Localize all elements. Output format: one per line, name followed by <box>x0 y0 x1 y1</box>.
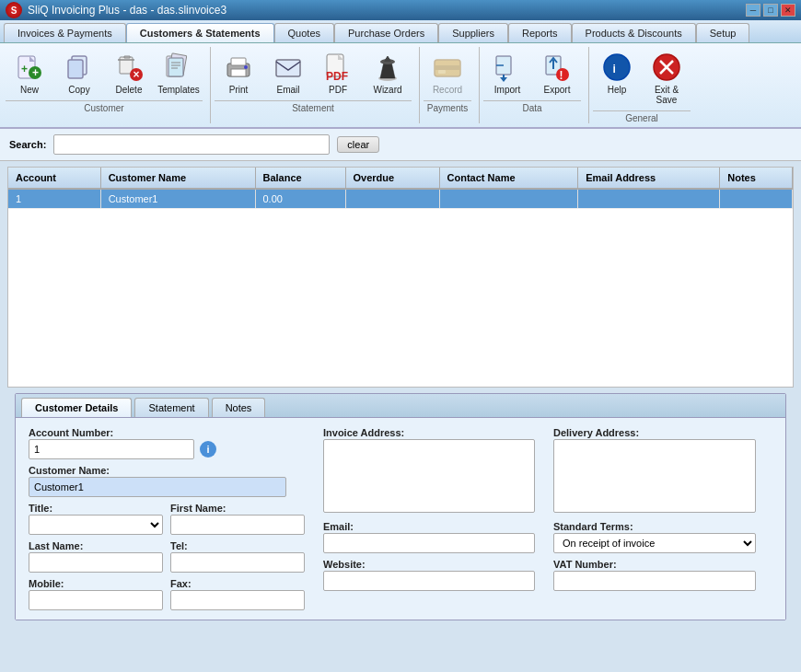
tab-purchase[interactable]: Purchase Orders <box>334 23 438 42</box>
mobile-fax-row: Mobile: Fax: <box>29 578 305 610</box>
table-row[interactable]: 1 Customer1 0.00 <box>8 189 793 209</box>
wizard-button[interactable]: Wizard <box>364 47 412 98</box>
window-controls[interactable]: ─ □ ✕ <box>746 4 795 17</box>
col-overdue: Overdue <box>345 168 439 189</box>
invoice-address-input[interactable] <box>323 439 535 513</box>
export-icon: ! <box>540 51 574 84</box>
record-icon <box>431 51 464 84</box>
clear-button[interactable]: clear <box>337 136 379 153</box>
minimize-button[interactable]: ─ <box>746 4 760 17</box>
copy-button[interactable]: Copy <box>55 47 103 98</box>
pdf-label: PDF <box>329 85 347 95</box>
customer-name-label: Customer Name: <box>29 465 305 476</box>
info-icon[interactable]: i <box>200 441 216 458</box>
form-column-2: Invoice Address: Email: Website: <box>323 427 535 610</box>
cell-contact <box>439 189 578 209</box>
svg-point-31 <box>604 54 630 80</box>
email-label: Email: <box>323 521 535 532</box>
delivery-address-label: Delivery Address: <box>553 427 756 438</box>
payments-group-label: Payments <box>424 100 471 113</box>
account-number-row: i <box>29 439 305 459</box>
print-button[interactable]: Print <box>215 47 262 98</box>
exit-button[interactable]: Exit & Save <box>643 47 691 109</box>
firstname-input[interactable] <box>170 515 305 535</box>
templates-button[interactable]: Templates <box>155 47 203 98</box>
svg-text:+: + <box>32 66 39 79</box>
cell-email <box>578 189 720 209</box>
lastname-input[interactable] <box>29 552 163 573</box>
col-name: Customer Name <box>100 168 255 189</box>
delivery-address-field: Delivery Address: <box>553 427 756 516</box>
invoice-address-field: Invoice Address: <box>323 427 535 516</box>
col-account: Account <box>8 168 100 189</box>
pdf-button[interactable]: PDF PDF <box>314 47 362 98</box>
svg-rect-17 <box>231 58 246 65</box>
delivery-address-input[interactable] <box>553 439 756 513</box>
fax-label: Fax: <box>170 578 305 589</box>
website-input[interactable] <box>323 571 535 591</box>
account-number-input[interactable] <box>29 439 194 459</box>
email-input[interactable] <box>323 533 535 553</box>
cell-account: 1 <box>8 189 100 209</box>
svg-text:×: × <box>134 68 140 81</box>
help-button[interactable]: i Help <box>593 47 641 109</box>
templates-icon <box>162 51 195 84</box>
title-field: Title: MrMrsMsDr <box>29 503 163 535</box>
search-input[interactable] <box>53 134 330 155</box>
tab-statement[interactable]: Statement <box>134 398 208 417</box>
mobile-field: Mobile: <box>29 578 163 610</box>
invoice-address-label: Invoice Address: <box>323 427 535 438</box>
new-button[interactable]: ++ New <box>6 47 53 98</box>
search-bar: Search: clear <box>0 129 801 161</box>
delete-button[interactable]: × Delete <box>105 47 153 98</box>
mobile-input[interactable] <box>29 590 163 610</box>
standard-terms-select[interactable]: On receipt of invoice 30 days 60 days 90… <box>553 533 756 553</box>
tab-invoices[interactable]: Invoices & Payments <box>4 23 126 42</box>
account-number-field: Account Number: i <box>29 427 305 459</box>
tab-customer-details[interactable]: Customer Details <box>21 398 132 417</box>
app-logo: S <box>6 2 22 18</box>
form-column-3: Delivery Address: Standard Terms: On rec… <box>553 427 756 610</box>
exit-label: Exit & Save <box>645 85 688 105</box>
website-label: Website: <box>323 559 535 570</box>
tab-suppliers[interactable]: Suppliers <box>438 23 508 42</box>
tab-customers[interactable]: Customers & Statements <box>126 23 274 42</box>
tab-reports[interactable]: Reports <box>508 23 572 42</box>
standard-terms-field: Standard Terms: On receipt of invoice 30… <box>553 521 756 553</box>
svg-rect-25 <box>435 65 460 70</box>
title-bar: S SliQ Invoicing Plus - das - das.slinvo… <box>0 0 801 20</box>
tab-notes[interactable]: Notes <box>212 398 266 417</box>
customer-group-label: Customer <box>6 100 203 113</box>
import-button[interactable]: Import <box>483 47 531 98</box>
fax-field: Fax: <box>170 578 305 610</box>
email-field: Email: <box>323 521 535 553</box>
customer-name-input[interactable] <box>29 477 286 497</box>
maximize-button[interactable]: □ <box>763 4 778 17</box>
copy-icon <box>63 51 96 84</box>
title-select[interactable]: MrMrsMsDr <box>29 515 163 535</box>
tab-setup[interactable]: Setup <box>696 23 750 42</box>
tab-products[interactable]: Products & Discounts <box>572 23 696 42</box>
col-contact: Contact Name <box>439 168 578 189</box>
customer-table: Account Customer Name Balance Overdue Co… <box>7 167 794 388</box>
vat-number-input[interactable] <box>553 571 756 591</box>
exit-icon <box>650 51 683 84</box>
standard-terms-label: Standard Terms: <box>553 521 756 532</box>
close-button[interactable]: ✕ <box>781 4 795 17</box>
lastname-tel-row: Last Name: Tel: <box>29 540 305 573</box>
help-icon: i <box>600 51 633 84</box>
toolbar: ++ New Copy × Delete Templates <box>0 43 801 129</box>
record-button[interactable]: Record <box>424 47 471 98</box>
tel-input[interactable] <box>170 552 305 573</box>
firstname-field: First Name: <box>170 503 305 535</box>
pdf-icon: PDF <box>321 51 354 84</box>
export-button[interactable]: ! Export <box>533 47 581 98</box>
copy-label: Copy <box>68 85 89 95</box>
print-label: Print <box>229 85 249 95</box>
fax-input[interactable] <box>170 590 305 610</box>
svg-rect-26 <box>438 70 446 74</box>
tab-quotes[interactable]: Quotes <box>274 23 334 42</box>
wizard-label: Wizard <box>373 85 401 95</box>
mobile-label: Mobile: <box>29 578 163 589</box>
email-button[interactable]: Email <box>264 47 312 98</box>
